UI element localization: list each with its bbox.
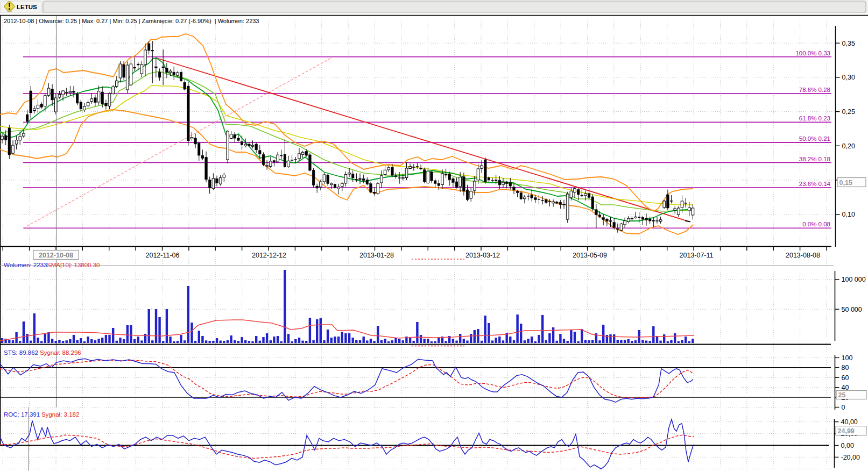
svg-text:50.0% 0.21: 50.0% 0.21 (799, 135, 830, 142)
svg-text:Sygnał: 3.182: Sygnał: 3.182 (41, 411, 79, 418)
svg-text:2013-07-11: 2013-07-11 (679, 252, 713, 259)
svg-text:60: 60 (842, 374, 849, 382)
svg-text:100 000: 100 000 (842, 276, 866, 283)
svg-text:25: 25 (838, 391, 846, 399)
svg-text:0,30: 0,30 (842, 74, 855, 81)
svg-text:61.8% 0.23: 61.8% 0.23 (799, 115, 830, 121)
svg-text:0,35: 0,35 (842, 40, 855, 47)
svg-text:STS: 89.862: STS: 89.862 (4, 349, 38, 356)
svg-text:100.0% 0.33: 100.0% 0.33 (795, 50, 830, 56)
svg-text:0,00: 0,00 (841, 442, 854, 449)
svg-text:0.0% 0.08: 0.0% 0.08 (802, 221, 830, 227)
svg-text:2012-12-12: 2012-12-12 (252, 252, 286, 259)
svg-text:LETUS: LETUS (17, 4, 37, 10)
svg-text:100: 100 (842, 354, 853, 362)
svg-text:Sygnał: 88.296: Sygnał: 88.296 (40, 349, 81, 356)
svg-text:80: 80 (842, 364, 849, 371)
svg-text:23.6% 0.14: 23.6% 0.14 (799, 181, 831, 187)
svg-text:0: 0 (842, 404, 845, 411)
svg-text:2013-08-08: 2013-08-08 (786, 252, 820, 259)
svg-text:40,00: 40,00 (841, 418, 858, 426)
svg-text:2012-10-08: 2012-10-08 (39, 252, 73, 259)
svg-text:24,99: 24,99 (838, 427, 855, 435)
svg-text:ROC: 17.391: ROC: 17.391 (4, 411, 40, 418)
svg-text:-20,00: -20,00 (841, 454, 860, 461)
svg-text:0,10: 0,10 (842, 211, 855, 218)
svg-text:38.2% 0.18: 38.2% 0.18 (799, 156, 830, 162)
svg-text:2013-05-09: 2013-05-09 (573, 252, 607, 259)
svg-text:2013-03-12: 2013-03-12 (465, 252, 500, 259)
svg-text:2012-11-06: 2012-11-06 (145, 252, 179, 259)
svg-text:0,15: 0,15 (839, 179, 852, 187)
svg-text:2012-10-08 | Otwarcie: 0.25 |: 2012-10-08 | Otwarcie: 0.25 | Max: 0.27 … (4, 18, 259, 24)
svg-text:50 000: 50 000 (842, 306, 862, 313)
svg-text:SMA[10]: 13800.30: SMA[10]: 13800.30 (47, 262, 100, 268)
svg-text:2013-01-28: 2013-01-28 (359, 252, 394, 259)
svg-text:0,25: 0,25 (842, 108, 855, 116)
svg-text:Wolumen: 2233: Wolumen: 2233 (4, 262, 47, 268)
svg-text:0,20: 0,20 (842, 142, 855, 150)
svg-text:78.6% 0.28: 78.6% 0.28 (799, 87, 830, 93)
